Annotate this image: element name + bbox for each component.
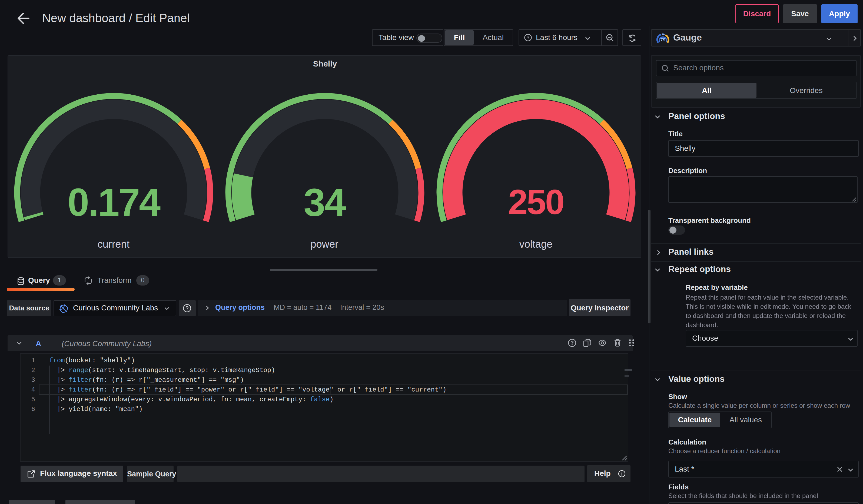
svg-text:79: 79 [661, 37, 666, 42]
